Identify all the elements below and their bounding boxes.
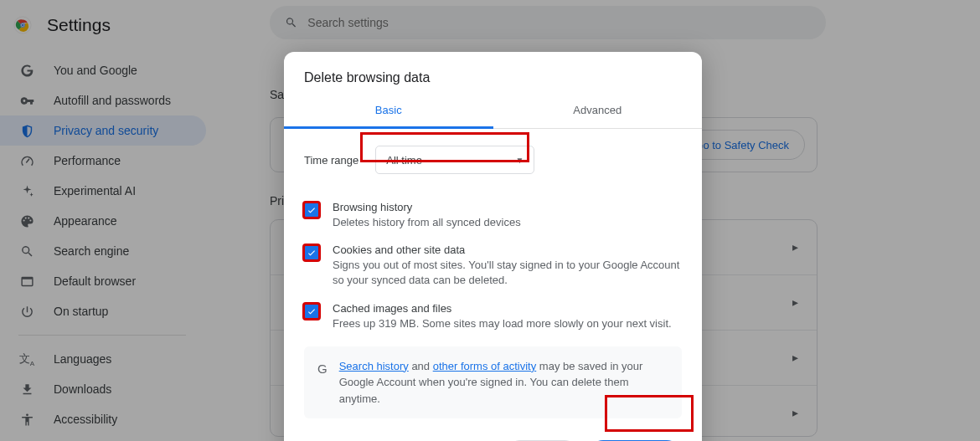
other-activity-link[interactable]: other forms of activity [433, 360, 537, 372]
tab-advanced[interactable]: Advanced [493, 97, 703, 128]
search-history-link[interactable]: Search history [339, 360, 409, 372]
option-subtitle: Signs you out of most sites. You'll stay… [333, 258, 682, 288]
google-g-icon: G [317, 360, 328, 408]
checkmark-icon [307, 205, 317, 215]
time-range-select[interactable]: All time ▼ [375, 146, 534, 174]
tab-basic[interactable]: Basic [284, 97, 493, 129]
time-range-value: All time [386, 154, 422, 167]
info-box: G Search history and other forms of acti… [304, 346, 682, 419]
chevron-down-icon: ▼ [515, 156, 524, 165]
modal-tabs: Basic Advanced [284, 97, 702, 129]
checkmark-icon [307, 306, 317, 316]
checkmark-icon [307, 248, 317, 258]
option-title: Cookies and other site data [333, 244, 682, 256]
option-subtitle: Frees up 319 MB. Some sites may load mor… [333, 316, 672, 331]
modal-title: Delete browsing data [284, 52, 702, 97]
checkbox-browsing-history[interactable] [304, 203, 319, 218]
time-range-label: Time range [304, 154, 358, 167]
delete-browsing-data-modal: Delete browsing data Basic Advanced Time… [284, 52, 702, 441]
checkbox-cookies[interactable] [304, 245, 319, 260]
option-title: Browsing history [333, 201, 521, 213]
checkbox-cached[interactable] [304, 304, 319, 319]
option-title: Cached images and files [333, 302, 672, 315]
option-subtitle: Deletes history from all synced devices [333, 215, 521, 230]
